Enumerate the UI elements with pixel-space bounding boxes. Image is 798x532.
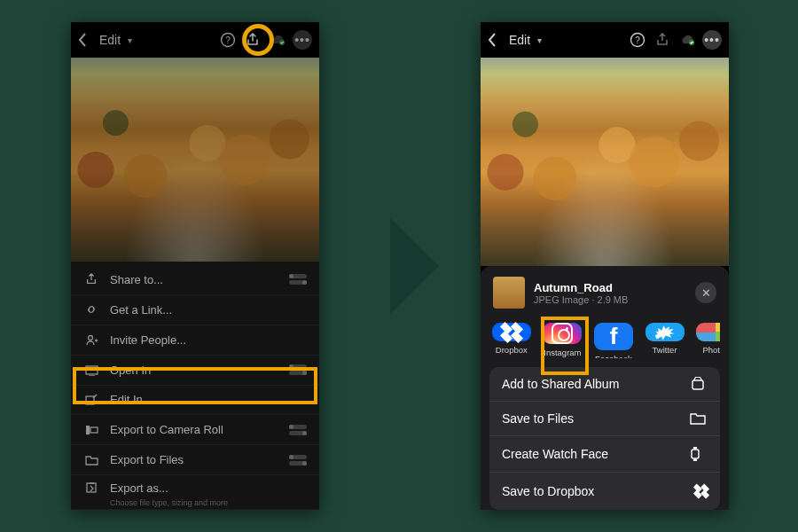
help-icon[interactable]: ? [218, 30, 238, 50]
menu-invite-people[interactable]: Invite People... [71, 325, 319, 356]
svg-rect-4 [86, 366, 98, 374]
person-add-icon [83, 332, 99, 348]
svg-rect-6 [86, 426, 90, 434]
svg-rect-12 [692, 380, 703, 389]
chevron-down-icon[interactable]: ▾ [537, 35, 542, 45]
topbar: Edit ▾ ? ••• [71, 22, 319, 58]
svg-text:?: ? [635, 35, 640, 45]
app-photos[interactable]: Photos [695, 323, 720, 355]
menu-label: Export to Files [110, 453, 278, 466]
menu-sublabel: Choose file type, sizing and more [110, 498, 228, 507]
menu-export-files[interactable]: Export to Files [71, 445, 319, 475]
app-twitter[interactable]: Twitter [645, 323, 685, 355]
menu-label: Export to Camera Roll [110, 423, 278, 436]
menu-label: Open In [110, 364, 278, 377]
chevron-down-icon[interactable]: ▾ [128, 35, 132, 45]
phone-right: Edit ▾ ? ••• Autumn_Road JPEG Image · 2.… [481, 22, 729, 510]
transition-arrow [390, 217, 439, 315]
action-watch-face[interactable]: Create Watch Face [489, 436, 720, 473]
edit-in-icon [83, 392, 99, 408]
app-instagram[interactable]: Instagram [543, 323, 583, 355]
phone-left: Edit ▾ ? ••• Share to... Get a Link... I… [71, 22, 319, 510]
app-dropbox[interactable]: Dropbox [491, 323, 532, 355]
svg-rect-7 [90, 427, 98, 433]
menu-label: Get a Link... [110, 303, 307, 317]
shared-album-icon [690, 377, 708, 391]
dropbox-icon [492, 323, 531, 341]
file-name: Autumn_Road [534, 281, 628, 294]
open-in-icon [83, 362, 99, 378]
svg-rect-13 [692, 450, 699, 458]
screen-title[interactable]: Edit [509, 33, 530, 47]
cloud-sync-icon[interactable] [268, 30, 287, 50]
back-icon[interactable] [488, 33, 504, 47]
link-icon [83, 301, 99, 317]
back-icon[interactable] [78, 33, 94, 47]
share-actions-list: Add to Shared Album Save to Files Create… [489, 367, 720, 510]
menu-label: Share to... [110, 273, 278, 286]
file-thumbnail [493, 277, 525, 309]
action-save-files[interactable]: Save to Files [489, 402, 720, 436]
share-apps-row: Dropbox Instagram f Facebook Twitter Pho… [489, 317, 720, 358]
svg-text:?: ? [225, 35, 231, 45]
facebook-icon: f [594, 323, 633, 350]
instagram-icon [543, 323, 582, 344]
menu-label: Invite People... [110, 333, 307, 347]
watch-icon [690, 446, 708, 462]
menu-edit-in[interactable]: Edit In [71, 386, 319, 416]
ios-share-sheet: Autumn_Road JPEG Image · 2.9 MB ✕ Dropbo… [481, 266, 729, 510]
more-icon[interactable]: ••• [293, 30, 312, 50]
options-toggle-icon[interactable] [289, 364, 307, 375]
share-sheet-header: Autumn_Road JPEG Image · 2.9 MB ✕ [489, 275, 720, 317]
menu-label: Export as... [110, 481, 307, 495]
action-save-dropbox[interactable]: Save to Dropbox [489, 473, 720, 510]
dropbox-icon [690, 482, 708, 500]
edited-photo[interactable] [481, 58, 729, 266]
menu-open-in[interactable]: Open In [71, 356, 319, 386]
svg-point-3 [88, 335, 92, 340]
options-toggle-icon[interactable] [289, 274, 307, 285]
menu-label: Edit In [110, 393, 307, 406]
camera-roll-icon [83, 422, 99, 438]
share-icon[interactable] [653, 30, 672, 50]
share-icon[interactable] [243, 30, 262, 50]
svg-rect-14 [693, 447, 697, 449]
export-icon [83, 480, 99, 496]
screen-title[interactable]: Edit [99, 33, 121, 47]
twitter-icon [645, 323, 685, 341]
photos-icon [696, 323, 720, 341]
edited-photo[interactable] [71, 58, 319, 262]
svg-rect-15 [693, 459, 697, 461]
options-toggle-icon[interactable] [289, 455, 307, 466]
menu-export-as[interactable]: Export as... Choose file type, sizing an… [71, 475, 319, 510]
cloud-sync-icon[interactable] [677, 30, 697, 50]
menu-export-camera-roll[interactable]: Export to Camera Roll [71, 415, 319, 445]
share-menu: Share to... Get a Link... Invite People.… [71, 262, 319, 510]
app-facebook[interactable]: f Facebook [593, 323, 634, 355]
menu-get-link[interactable]: Get a Link... [71, 295, 319, 325]
topbar: Edit ▾ ? ••• [481, 22, 729, 58]
share-icon [83, 271, 99, 287]
close-icon[interactable]: ✕ [695, 282, 716, 303]
folder-icon [690, 412, 708, 425]
help-icon[interactable]: ? [628, 30, 647, 50]
menu-share-to[interactable]: Share to... [71, 265, 319, 295]
action-shared-album[interactable]: Add to Shared Album [489, 367, 720, 402]
options-toggle-icon[interactable] [289, 425, 307, 435]
file-meta: JPEG Image · 2.9 MB [534, 294, 628, 305]
more-icon[interactable]: ••• [702, 30, 722, 50]
svg-rect-5 [86, 396, 94, 404]
folder-icon [83, 452, 99, 468]
